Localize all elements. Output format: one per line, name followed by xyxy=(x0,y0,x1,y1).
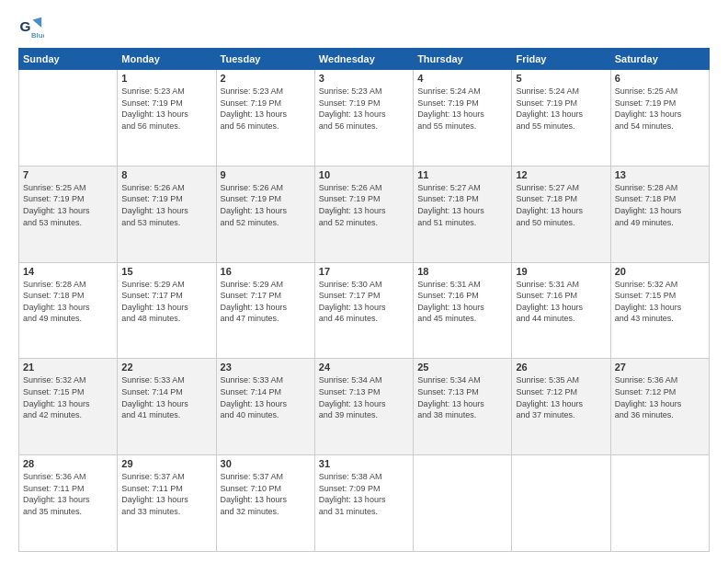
day-info: Sunrise: 5:26 AMSunset: 7:19 PMDaylight:… xyxy=(221,182,311,228)
calendar-cell: 18Sunrise: 5:31 AMSunset: 7:16 PMDayligh… xyxy=(414,262,512,359)
page: G Blue SundayMondayTuesdayWednesdayThurs… xyxy=(0,0,728,563)
day-info: Sunrise: 5:31 AMSunset: 7:16 PMDaylight:… xyxy=(417,279,507,325)
day-number: 12 xyxy=(516,169,606,180)
week-row-5: 28Sunrise: 5:36 AMSunset: 7:11 PMDayligh… xyxy=(19,455,710,552)
day-info: Sunrise: 5:33 AMSunset: 7:14 PMDaylight:… xyxy=(221,374,311,420)
day-number: 5 xyxy=(516,73,606,84)
day-number: 26 xyxy=(516,362,606,373)
day-number: 30 xyxy=(221,458,311,469)
day-info: Sunrise: 5:26 AMSunset: 7:19 PMDaylight:… xyxy=(319,182,409,228)
calendar-cell: 1Sunrise: 5:23 AMSunset: 7:19 PMDaylight… xyxy=(118,70,216,167)
calendar-cell: 28Sunrise: 5:36 AMSunset: 7:11 PMDayligh… xyxy=(19,455,118,552)
day-number: 10 xyxy=(319,169,409,180)
calendar-cell: 25Sunrise: 5:34 AMSunset: 7:13 PMDayligh… xyxy=(414,359,512,455)
day-info: Sunrise: 5:27 AMSunset: 7:18 PMDaylight:… xyxy=(516,182,606,228)
day-number: 29 xyxy=(121,458,211,469)
calendar-cell: 26Sunrise: 5:35 AMSunset: 7:12 PMDayligh… xyxy=(512,359,610,455)
calendar-cell: 24Sunrise: 5:34 AMSunset: 7:13 PMDayligh… xyxy=(314,359,413,455)
calendar-cell: 6Sunrise: 5:25 AMSunset: 7:19 PMDaylight… xyxy=(610,70,709,167)
day-info: Sunrise: 5:25 AMSunset: 7:19 PMDaylight:… xyxy=(615,86,705,132)
day-number: 23 xyxy=(221,362,311,373)
day-info: Sunrise: 5:29 AMSunset: 7:17 PMDaylight:… xyxy=(221,279,311,325)
day-number: 22 xyxy=(121,362,211,373)
day-number: 17 xyxy=(319,266,409,277)
day-info: Sunrise: 5:37 AMSunset: 7:10 PMDaylight:… xyxy=(221,471,311,517)
day-info: Sunrise: 5:30 AMSunset: 7:17 PMDaylight:… xyxy=(319,279,409,325)
header: G Blue xyxy=(18,15,710,40)
day-number: 15 xyxy=(121,266,211,277)
calendar-cell: 5Sunrise: 5:24 AMSunset: 7:19 PMDaylight… xyxy=(512,70,610,167)
week-row-1: 1Sunrise: 5:23 AMSunset: 7:19 PMDaylight… xyxy=(19,70,710,167)
calendar-cell xyxy=(19,70,118,167)
day-info: Sunrise: 5:28 AMSunset: 7:18 PMDaylight:… xyxy=(23,279,113,325)
day-number: 14 xyxy=(23,266,113,277)
day-number: 11 xyxy=(417,169,507,180)
calendar-cell: 9Sunrise: 5:26 AMSunset: 7:19 PMDaylight… xyxy=(216,166,314,262)
day-info: Sunrise: 5:24 AMSunset: 7:19 PMDaylight:… xyxy=(417,86,507,132)
logo: G Blue xyxy=(18,15,48,40)
weekday-header-friday: Friday xyxy=(512,49,610,70)
calendar-cell: 13Sunrise: 5:28 AMSunset: 7:18 PMDayligh… xyxy=(610,166,709,262)
calendar-cell: 31Sunrise: 5:38 AMSunset: 7:09 PMDayligh… xyxy=(314,455,413,552)
day-info: Sunrise: 5:36 AMSunset: 7:12 PMDaylight:… xyxy=(615,374,705,420)
calendar-cell: 16Sunrise: 5:29 AMSunset: 7:17 PMDayligh… xyxy=(216,262,314,359)
day-info: Sunrise: 5:33 AMSunset: 7:14 PMDaylight:… xyxy=(121,374,211,420)
day-info: Sunrise: 5:23 AMSunset: 7:19 PMDaylight:… xyxy=(319,86,409,132)
day-number: 31 xyxy=(319,458,409,469)
svg-text:Blue: Blue xyxy=(31,31,44,40)
day-number: 3 xyxy=(319,73,409,84)
calendar-cell: 19Sunrise: 5:31 AMSunset: 7:16 PMDayligh… xyxy=(512,262,610,359)
day-number: 6 xyxy=(615,73,705,84)
day-info: Sunrise: 5:31 AMSunset: 7:16 PMDaylight:… xyxy=(516,279,606,325)
calendar-cell: 20Sunrise: 5:32 AMSunset: 7:15 PMDayligh… xyxy=(610,262,709,359)
calendar-cell: 15Sunrise: 5:29 AMSunset: 7:17 PMDayligh… xyxy=(118,262,216,359)
day-info: Sunrise: 5:26 AMSunset: 7:19 PMDaylight:… xyxy=(121,182,211,228)
day-info: Sunrise: 5:28 AMSunset: 7:18 PMDaylight:… xyxy=(615,182,705,228)
weekday-header-monday: Monday xyxy=(118,49,216,70)
day-info: Sunrise: 5:27 AMSunset: 7:18 PMDaylight:… xyxy=(417,182,507,228)
day-number: 2 xyxy=(221,73,311,84)
week-row-2: 7Sunrise: 5:25 AMSunset: 7:19 PMDaylight… xyxy=(19,166,710,262)
calendar-cell: 4Sunrise: 5:24 AMSunset: 7:19 PMDaylight… xyxy=(414,70,512,167)
logo-icon: G Blue xyxy=(18,15,44,40)
weekday-header-wednesday: Wednesday xyxy=(314,49,413,70)
calendar-cell: 27Sunrise: 5:36 AMSunset: 7:12 PMDayligh… xyxy=(610,359,709,455)
day-info: Sunrise: 5:35 AMSunset: 7:12 PMDaylight:… xyxy=(516,374,606,420)
day-info: Sunrise: 5:32 AMSunset: 7:15 PMDaylight:… xyxy=(23,374,113,420)
weekday-header-sunday: Sunday xyxy=(19,49,118,70)
calendar-cell: 2Sunrise: 5:23 AMSunset: 7:19 PMDaylight… xyxy=(216,70,314,167)
day-number: 24 xyxy=(319,362,409,373)
day-info: Sunrise: 5:38 AMSunset: 7:09 PMDaylight:… xyxy=(319,471,409,517)
weekday-header-tuesday: Tuesday xyxy=(216,49,314,70)
weekday-header-saturday: Saturday xyxy=(610,49,709,70)
calendar-cell: 21Sunrise: 5:32 AMSunset: 7:15 PMDayligh… xyxy=(19,359,118,455)
day-number: 13 xyxy=(615,169,705,180)
weekday-header-thursday: Thursday xyxy=(414,49,512,70)
calendar-cell: 23Sunrise: 5:33 AMSunset: 7:14 PMDayligh… xyxy=(216,359,314,455)
day-number: 16 xyxy=(221,266,311,277)
calendar-cell xyxy=(610,455,709,552)
week-row-3: 14Sunrise: 5:28 AMSunset: 7:18 PMDayligh… xyxy=(19,262,710,359)
calendar-cell: 17Sunrise: 5:30 AMSunset: 7:17 PMDayligh… xyxy=(314,262,413,359)
calendar-cell: 29Sunrise: 5:37 AMSunset: 7:11 PMDayligh… xyxy=(118,455,216,552)
day-number: 18 xyxy=(417,266,507,277)
day-info: Sunrise: 5:37 AMSunset: 7:11 PMDaylight:… xyxy=(121,471,211,517)
calendar-cell: 8Sunrise: 5:26 AMSunset: 7:19 PMDaylight… xyxy=(118,166,216,262)
calendar-cell xyxy=(414,455,512,552)
day-info: Sunrise: 5:24 AMSunset: 7:19 PMDaylight:… xyxy=(516,86,606,132)
day-number: 4 xyxy=(417,73,507,84)
day-info: Sunrise: 5:29 AMSunset: 7:17 PMDaylight:… xyxy=(121,279,211,325)
day-number: 25 xyxy=(417,362,507,373)
day-info: Sunrise: 5:34 AMSunset: 7:13 PMDaylight:… xyxy=(417,374,507,420)
day-number: 9 xyxy=(221,169,311,180)
calendar-cell: 30Sunrise: 5:37 AMSunset: 7:10 PMDayligh… xyxy=(216,455,314,552)
day-info: Sunrise: 5:25 AMSunset: 7:19 PMDaylight:… xyxy=(23,182,113,228)
calendar-cell: 10Sunrise: 5:26 AMSunset: 7:19 PMDayligh… xyxy=(314,166,413,262)
calendar-cell: 7Sunrise: 5:25 AMSunset: 7:19 PMDaylight… xyxy=(19,166,118,262)
calendar-cell: 3Sunrise: 5:23 AMSunset: 7:19 PMDaylight… xyxy=(314,70,413,167)
day-number: 20 xyxy=(615,266,705,277)
day-number: 1 xyxy=(121,73,211,84)
calendar-cell: 14Sunrise: 5:28 AMSunset: 7:18 PMDayligh… xyxy=(19,262,118,359)
calendar-cell xyxy=(512,455,610,552)
day-number: 19 xyxy=(516,266,606,277)
